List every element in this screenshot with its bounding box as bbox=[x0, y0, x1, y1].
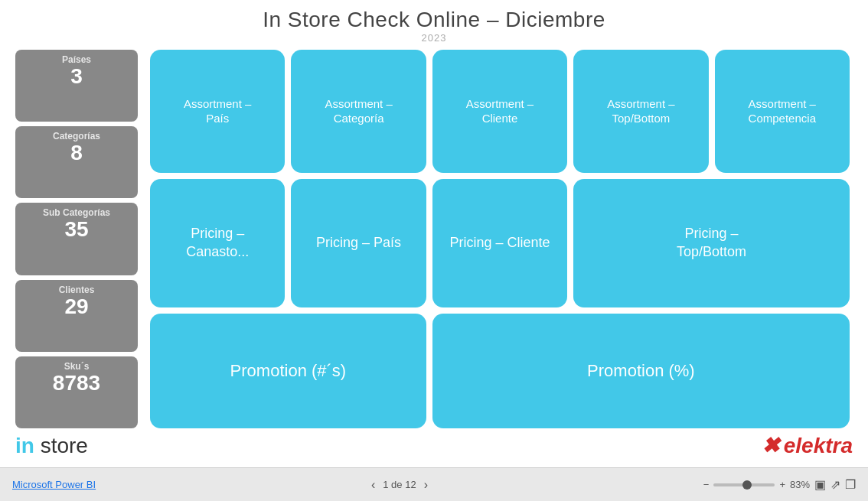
page-subtitle: 2023 bbox=[15, 32, 853, 44]
logos-row: in store ✖ elektra bbox=[15, 428, 853, 460]
page-title: In Store Check Online – Diciembre bbox=[15, 8, 853, 32]
tile-pricing-cliente[interactable]: Pricing – Cliente bbox=[432, 179, 567, 307]
zoom-slider-thumb bbox=[742, 480, 752, 490]
logo-instore: in store bbox=[15, 434, 88, 458]
logo-elektra: ✖ elektra bbox=[762, 433, 853, 458]
tile-assortment-cliente[interactable]: Assortment –Cliente bbox=[432, 50, 567, 173]
stat-categorias-label: Categorías bbox=[23, 131, 130, 142]
zoom-slider[interactable] bbox=[713, 483, 775, 486]
logo-instore-store: store bbox=[34, 434, 88, 457]
fit-page-icon[interactable]: ▣ bbox=[814, 477, 826, 492]
tile-pricing-pais[interactable]: Pricing – País bbox=[291, 179, 426, 307]
tile-assortment-topbottom[interactable]: Assortment –Top/Bottom bbox=[573, 50, 708, 173]
stat-clientes-value: 29 bbox=[23, 295, 130, 319]
pagination: ‹ 1 de 12 › bbox=[371, 478, 428, 492]
stat-paises-value: 3 bbox=[23, 65, 130, 89]
powerbi-link[interactable]: Microsoft Power BI bbox=[12, 479, 96, 490]
stat-skus: Sku´s 8783 bbox=[15, 356, 138, 428]
stat-skus-label: Sku´s bbox=[23, 361, 130, 372]
stat-subcategorias: Sub Categorías 35 bbox=[15, 203, 138, 275]
stat-skus-value: 8783 bbox=[23, 372, 130, 395]
tile-pricing-canasto[interactable]: Pricing – Canasto... bbox=[150, 179, 285, 307]
tile-assortment-pais[interactable]: Assortment –País bbox=[150, 50, 285, 173]
title-area: In Store Check Online – Diciembre 2023 bbox=[15, 8, 853, 44]
tile-promotion-nums[interactable]: Promotion (#´s) bbox=[150, 314, 426, 428]
content-row: Países 3 Categorías 8 Sub Categorías 35 … bbox=[15, 50, 853, 428]
zoom-minus[interactable]: − bbox=[703, 479, 710, 490]
main-content: In Store Check Online – Diciembre 2023 P… bbox=[0, 0, 868, 467]
pagination-label: 1 de 12 bbox=[383, 479, 416, 490]
pagination-prev[interactable]: ‹ bbox=[371, 478, 375, 492]
share-icon[interactable]: ⇗ bbox=[830, 477, 840, 492]
stats-panel: Países 3 Categorías 8 Sub Categorías 35 … bbox=[15, 50, 138, 428]
tiles-grid: Assortment –País Assortment –Categoría A… bbox=[147, 50, 853, 428]
bottom-bar: Microsoft Power BI ‹ 1 de 12 › − + 83% ▣… bbox=[0, 467, 868, 501]
elektra-icon: ✖ bbox=[762, 433, 779, 458]
elektra-text: elektra bbox=[784, 434, 853, 458]
stat-paises: Países 3 bbox=[15, 50, 138, 122]
fullscreen-icon[interactable]: ❐ bbox=[845, 477, 856, 492]
pagination-next[interactable]: › bbox=[424, 478, 428, 492]
stat-clientes: Clientes 29 bbox=[15, 280, 138, 352]
zoom-controls: − + 83% ▣ ⇗ ❐ bbox=[703, 477, 856, 492]
tile-promotion-pct[interactable]: Promotion (%) bbox=[432, 314, 850, 428]
zoom-level: 83% bbox=[790, 479, 810, 490]
zoom-plus[interactable]: + bbox=[779, 479, 785, 490]
logo-instore-in: in bbox=[15, 434, 34, 457]
stat-categorias-value: 8 bbox=[23, 142, 130, 165]
tile-assortment-competencia[interactable]: Assortment –Competencia bbox=[715, 50, 850, 173]
tile-pricing-topbottom[interactable]: Pricing –Top/Bottom bbox=[573, 179, 850, 307]
stat-subcategorias-label: Sub Categorías bbox=[23, 207, 130, 218]
tile-assortment-categoria[interactable]: Assortment –Categoría bbox=[291, 50, 426, 173]
stat-categorias: Categorías 8 bbox=[15, 126, 138, 198]
stat-paises-label: Países bbox=[23, 54, 130, 65]
stat-clientes-label: Clientes bbox=[23, 285, 130, 295]
stat-subcategorias-value: 35 bbox=[23, 218, 130, 242]
